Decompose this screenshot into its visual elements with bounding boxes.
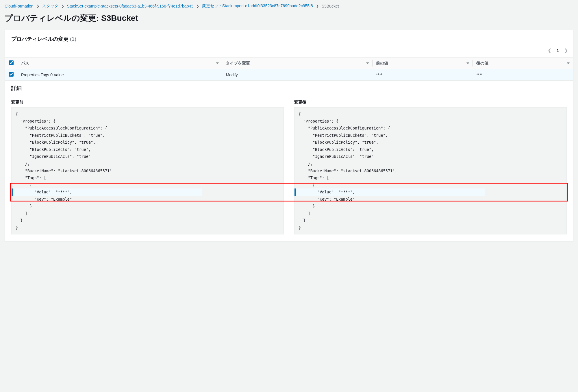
cell-before: **** [373,69,473,81]
pagination: ❮ 1 ❯ [5,45,573,57]
breadcrumb-link-stacks[interactable]: スタック [42,3,58,9]
code-line: "IgnorePublicAcls": "true" [294,153,566,160]
code-line: { [12,182,284,189]
code-line: "BucketName": "stackset-800664865571", [12,167,284,175]
header-path-label: パス [21,61,29,66]
filter-icon[interactable] [466,62,469,64]
code-line: "RestrictPublicBuckets": "true", [12,132,284,139]
changes-table: パス タイプを変更 前の値 [5,57,573,81]
code-line: "PublicAccessBlockConfiguration": { [12,125,284,132]
breadcrumb: CloudFormation ❯ スタック ❯ StackSet-example… [5,3,573,9]
pagination-next-icon[interactable]: ❯ [564,48,568,53]
details-section: 詳細 変更前 { "Properties": { "PublicAccessBl… [5,81,573,241]
diff-after-column: 変更後 { "Properties": { "PublicAccessBlock… [294,100,567,234]
code-line: } [294,224,566,231]
code-line: "BlockPublicAcls": "true", [294,146,566,153]
code-line: "BlockPublicPolicy": "true", [12,139,284,146]
breadcrumb-link-cloudformation[interactable]: CloudFormation [5,4,34,8]
code-line: "Key": "Example" [294,196,566,203]
cell-path: Properties.Tags.0.Value [18,69,222,81]
code-line: } [12,217,284,224]
code-line: "IgnorePublicAcls": "true" [12,153,284,160]
panel-count: (1) [70,36,76,42]
code-line: } [12,203,284,210]
code-line: { [294,110,566,118]
code-block-before: { "Properties": { "PublicAccessBlockConf… [11,107,284,234]
header-change-type-label: タイプを変更 [226,61,250,66]
page-title: プロパティレベルの変更: S3Bucket [5,13,573,24]
header-after[interactable]: 後の値 [473,58,573,69]
code-line: "PublicAccessBlockConfiguration": { [294,125,566,132]
diff-before-label: 変更前 [11,100,284,105]
code-line: "Properties": { [12,118,284,125]
code-line: { [12,110,284,118]
diff-columns: 変更前 { "Properties": { "PublicAccessBlock… [11,100,567,234]
details-title: 詳細 [11,85,567,92]
chevron-right-icon: ❯ [36,4,39,8]
row-checkbox[interactable] [9,72,14,77]
header-path[interactable]: パス [18,58,222,69]
diff-before-column: 変更前 { "Properties": { "PublicAccessBlock… [11,100,284,234]
code-line: "Value": "****", [294,188,485,196]
code-line: "Key": "Example" [12,196,284,203]
cell-after: **** [473,69,573,81]
filter-icon[interactable] [216,62,219,64]
pagination-prev-icon[interactable]: ❮ [548,48,551,53]
select-all-checkbox[interactable] [9,60,14,65]
chevron-right-icon: ❯ [196,4,199,8]
changes-panel: プロパティレベルの変更 (1) ❮ 1 ❯ パス [5,30,573,242]
panel-header: プロパティレベルの変更 (1) [5,30,573,45]
table-row[interactable]: Properties.Tags.0.Value Modify **** **** [5,69,573,81]
code-line: "BucketName": "stackset-800664865571", [294,167,566,175]
code-line: "Tags": [ [12,174,284,182]
filter-icon[interactable] [366,62,369,64]
code-line: "Value": "****", [12,188,202,196]
code-line: { [294,182,566,189]
code-line: "Tags": [ [294,174,566,182]
code-line: }, [12,160,284,167]
code-line: } [12,224,284,231]
code-line: "Properties": { [294,118,566,125]
breadcrumb-link-stackset[interactable]: StackSet-example-stacksets-0fa8ae63-a1b3… [67,4,193,8]
code-block-after: { "Properties": { "PublicAccessBlockConf… [294,107,567,234]
header-change-type[interactable]: タイプを変更 [222,58,373,69]
diff-after-label: 変更後 [294,100,567,105]
chevron-right-icon: ❯ [61,4,64,8]
filter-icon[interactable] [567,62,570,64]
code-line: } [294,217,566,224]
code-line: } [294,203,566,210]
chevron-right-icon: ❯ [316,4,319,8]
code-line: ] [12,210,284,217]
header-select-all[interactable] [5,58,18,69]
code-line: }, [294,160,566,167]
cell-change-type: Modify [222,69,373,81]
code-line: "RestrictPublicBuckets": "true", [294,132,566,139]
code-line: ] [294,210,566,217]
breadcrumb-current: S3Bucket [322,4,339,8]
panel-title-text: プロパティレベルの変更 [11,36,68,42]
breadcrumb-link-changeset[interactable]: 変更セットStackImport-c1addf0f33523c87c7699ba… [202,3,313,9]
header-after-label: 後の値 [476,61,488,66]
pagination-page-number: 1 [557,48,559,53]
code-line: "BlockPublicAcls": "true", [12,146,284,153]
header-before[interactable]: 前の値 [373,58,473,69]
header-before-label: 前の値 [376,61,388,66]
code-line: "BlockPublicPolicy": "true", [294,139,566,146]
